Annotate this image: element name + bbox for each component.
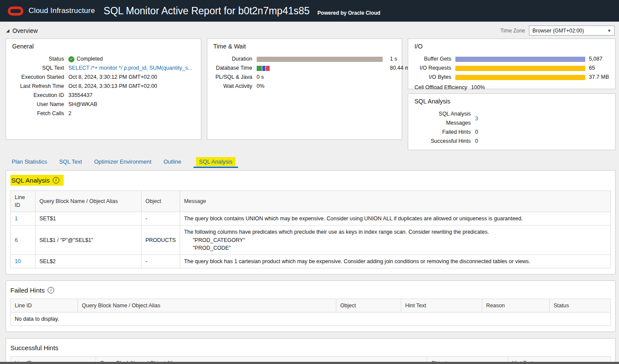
col-reason: Reason: [482, 299, 550, 312]
db-time-cpu-bar: [257, 66, 262, 71]
successful-hints-count-label: Successful Hints: [414, 137, 471, 146]
time-wait-panel-title: Time & Wait: [213, 43, 396, 50]
table-row: 6 SEL$1 / "P"@"SEL$1" PRODUCTS The follo…: [11, 225, 611, 254]
message-cell: The query block contains UNION which may…: [180, 212, 611, 225]
failed-hints-table-header: Line ID Query Block Name / Object Alias …: [11, 299, 611, 312]
duration-value: 1 s: [390, 55, 397, 64]
io-panel: I/O Buffer Gets 5,087 I/O Requests 65 I/…: [408, 39, 616, 89]
status-value: Completed: [77, 55, 103, 64]
buffer-gets-row: Buffer Gets 5,087: [414, 55, 609, 64]
sql-analysis-summary-title: SQL Analysis: [414, 98, 609, 105]
right-panel-column: I/O Buffer Gets 5,087 I/O Requests 65 I/…: [408, 39, 616, 150]
line-id-link[interactable]: 10: [15, 258, 21, 264]
successful-hints-section: Successful Hints Line ID Query Block Nam…: [6, 338, 616, 364]
db-time-io-bar: [262, 66, 266, 71]
tab-optimizer-environment[interactable]: Optimizer Environment: [94, 158, 151, 168]
object-cell: -: [142, 212, 180, 225]
object-cell: -: [142, 254, 180, 268]
col-line-id: Line ID: [11, 299, 78, 312]
buffer-gets-bar: [455, 57, 585, 62]
execution-started-label: Execution Started: [12, 73, 64, 82]
user-name-row: User Name SH@WKAB: [12, 100, 195, 109]
successful-hints-section-header: Successful Hints: [10, 344, 58, 351]
last-refresh-value: Oct 8, 2024, 3:30:13 PM GMT+02:00: [68, 82, 157, 91]
overview-bar: ◢ Overview Time Zone Browser (GMT+02:00)…: [0, 22, 619, 39]
io-requests-value: 65: [589, 64, 595, 73]
buffer-gets-label: Buffer Gets: [414, 55, 451, 64]
message-cell: The query block has 1 cartesian product …: [180, 254, 611, 268]
buffer-gets-value: 5,087: [589, 55, 602, 64]
query-block-cell: SEL$1 / "P"@"SEL$1": [35, 225, 142, 254]
window-bottom-edge: [0, 362, 619, 364]
table-row: 1 SET$1 - The query block contains UNION…: [11, 212, 611, 225]
sql-analysis-info-icon[interactable]: i: [53, 177, 59, 184]
fetch-calls-value: 2: [68, 109, 71, 118]
fetch-calls-label: Fetch Calls: [12, 109, 64, 118]
table-row: 10 SEL$2 - The query block has 1 cartesi…: [11, 254, 611, 268]
cell-offload-value: 100%: [471, 83, 485, 92]
wait-activity-row: Wait Activity 0%: [213, 82, 396, 91]
sql-text-link[interactable]: SELECT /*+ monitor */ p.prod_id, SUM(qua…: [68, 64, 192, 73]
analysis-messages-label: SQL Analysis Messages: [414, 110, 471, 128]
page: Cloud Infrastructure SQL Monitor Active …: [0, 0, 619, 364]
execution-started-value: Oct 8, 2024, 3:30:12 PM GMT+02:00: [68, 73, 157, 82]
overview-collapse-toggle[interactable]: ◢ Overview: [6, 27, 38, 34]
failed-hints-count-value: 0: [475, 128, 478, 137]
overview-label: Overview: [13, 27, 38, 34]
brand-name: Cloud Infrastructure: [29, 6, 95, 15]
duration-label: Duration: [213, 55, 252, 64]
execution-id-label: Execution ID: [12, 91, 64, 100]
tab-sql-text[interactable]: SQL Text: [59, 158, 82, 168]
plsql-java-value: 0 s: [257, 73, 264, 82]
execution-id-row: Execution ID 33554437: [12, 91, 195, 100]
fetch-calls-row: Fetch Calls 2: [12, 109, 195, 118]
cell-offload-label: Cell Offload Efficiency: [414, 83, 467, 92]
time-wait-panel: Time & Wait Duration 1 s Database Time 8…: [207, 39, 403, 140]
analysis-messages-count-link[interactable]: 3: [475, 114, 478, 123]
sql-analysis-section-header: SQL Analysis i: [10, 175, 64, 186]
col-status: Status: [550, 299, 611, 312]
plsql-java-row: PL/SQL & Java 0 s: [213, 73, 396, 82]
failed-hints-info-icon[interactable]: i: [48, 287, 54, 293]
status-row: Status ✓ Completed: [12, 55, 195, 64]
failed-hints-table: Line ID Query Block Name / Object Alias …: [10, 299, 611, 326]
failed-hints-count-row: Failed Hints 0: [414, 128, 609, 137]
chevron-down-icon: ▼: [607, 29, 611, 33]
col-query-block: Query Block Name / Object Alias: [78, 299, 336, 312]
failed-hints-count-label: Failed Hints: [414, 128, 471, 137]
general-panel: General Status ✓ Completed SQL Text SELE…: [6, 39, 201, 140]
io-bytes-label: I/O Bytes: [414, 73, 451, 82]
timezone-select[interactable]: Browser (GMT+02:00) ▼: [529, 26, 615, 35]
object-cell: PRODUCTS: [142, 225, 180, 254]
failed-hints-section-title: Failed Hints: [10, 287, 45, 294]
col-message: Message: [180, 191, 611, 212]
execution-id-value: 33554437: [68, 91, 93, 100]
tab-bar: Plan Statistics SQL Text Optimizer Envir…: [0, 150, 619, 168]
query-block-cell: SEL$2: [35, 254, 142, 268]
oracle-logo-icon: [8, 6, 23, 16]
io-requests-bar: [455, 66, 585, 71]
app-header: Cloud Infrastructure SQL Monitor Active …: [0, 0, 619, 22]
sql-text-label: SQL Text: [12, 64, 64, 73]
duration-row: Duration 1 s: [213, 55, 396, 64]
timezone-selected-value: Browser (GMT+02:00): [532, 28, 584, 34]
overview-panels: General Status ✓ Completed SQL Text SELE…: [0, 39, 619, 150]
timezone-control: Time Zone Browser (GMT+02:00) ▼: [500, 26, 615, 35]
tab-sql-analysis[interactable]: SQL Analysis: [193, 158, 238, 168]
failed-hints-section-header: Failed Hints i: [10, 287, 54, 294]
general-panel-title: General: [12, 43, 195, 50]
tab-outline[interactable]: Outline: [164, 158, 181, 168]
sql-analysis-table-header: Line ID Query Block Name / Object Alias …: [11, 191, 611, 212]
database-time-row: Database Time 80.44 ms: [213, 64, 396, 73]
empty-row: No data to display.: [11, 312, 611, 326]
line-id-link[interactable]: 1: [15, 216, 18, 222]
col-object: Object: [336, 299, 401, 312]
tab-plan-statistics[interactable]: Plan Statistics: [12, 158, 47, 168]
col-line-id: Line ID: [11, 191, 35, 212]
collapse-triangle-icon: ◢: [6, 29, 10, 33]
col-hint-text: Hint Text: [401, 299, 482, 312]
sql-analysis-table: Line ID Query Block Name / Object Alias …: [10, 190, 611, 268]
line-id-link[interactable]: 6: [15, 237, 18, 243]
io-requests-label: I/O Requests: [414, 64, 451, 73]
sql-analysis-section-title: SQL Analysis: [11, 177, 50, 184]
